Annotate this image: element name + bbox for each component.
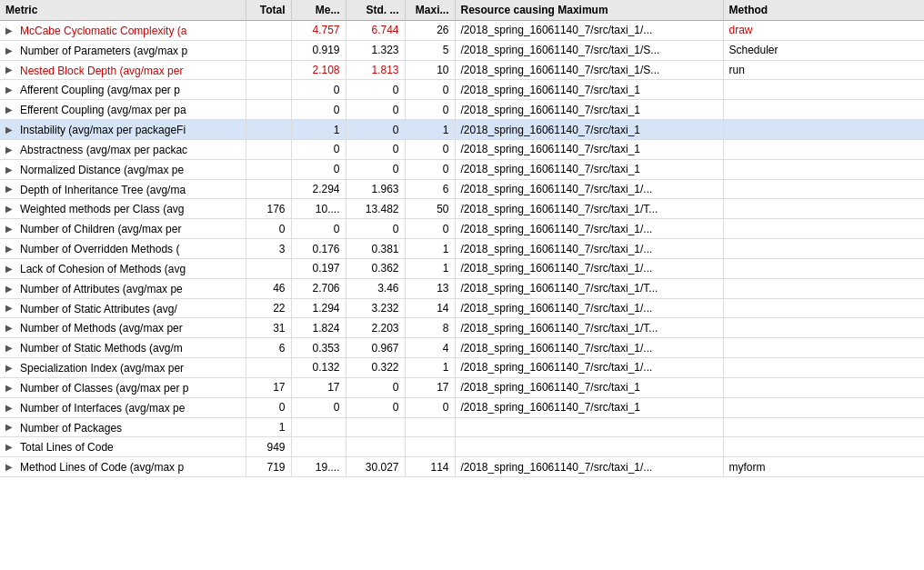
cell-method <box>723 100 924 120</box>
table-row[interactable]: ▶Number of Packages1 <box>0 417 924 437</box>
table-row[interactable]: ▶Abstractness (avg/max per packac000/201… <box>0 139 924 159</box>
table-row[interactable]: ▶Normalized Distance (avg/max pe000/2018… <box>0 159 924 179</box>
table-row[interactable]: ▶Number of Attributes (avg/max pe462.706… <box>0 278 924 298</box>
cell-method <box>723 377 924 397</box>
expand-icon[interactable]: ▶ <box>5 363 16 374</box>
cell-total <box>246 159 291 179</box>
expand-icon[interactable]: ▶ <box>5 303 16 314</box>
metric-label: Number of Static Methods (avg/m <box>20 342 183 355</box>
cell-std <box>346 417 405 437</box>
table-row[interactable]: ▶Number of Children (avg/max per0000/201… <box>0 219 924 239</box>
cell-total <box>246 100 291 120</box>
metric-label: Lack of Cohesion of Methods (avg <box>20 263 186 275</box>
expand-icon[interactable]: ▶ <box>5 403 16 414</box>
expand-icon[interactable]: ▶ <box>5 442 16 453</box>
cell-metric: ▶Depth of Inheritance Tree (avg/ma <box>0 179 246 199</box>
expand-icon[interactable]: ▶ <box>5 462 16 473</box>
expand-icon[interactable]: ▶ <box>5 145 16 155</box>
table-row[interactable]: ▶Nested Block Depth (avg/max per2.1081.8… <box>0 60 924 80</box>
cell-resource: /2018_spring_16061140_7/src/taxi_1/... <box>455 298 723 318</box>
cell-std <box>346 437 405 457</box>
cell-total: 17 <box>246 377 291 397</box>
cell-max: 4 <box>405 338 455 358</box>
table-row[interactable]: ▶Number of Interfaces (avg/max pe0000/20… <box>0 397 924 417</box>
table-row[interactable]: ▶Number of Classes (avg/max per p1717017… <box>0 377 924 397</box>
cell-std: 0 <box>346 100 405 120</box>
header-resource: Resource causing Maximum <box>455 0 723 21</box>
expand-icon[interactable]: ▶ <box>5 125 16 135</box>
cell-std: 6.744 <box>346 21 405 41</box>
cell-max: 26 <box>405 21 455 41</box>
cell-method <box>723 358 924 378</box>
table-row[interactable]: ▶Afferent Coupling (avg/max per p000/201… <box>0 80 924 100</box>
table-row[interactable]: ▶Instability (avg/max per packageFi101/2… <box>0 120 924 140</box>
cell-resource: /2018_spring_16061140_7/src/taxi_1 <box>455 100 723 120</box>
cell-resource: /2018_spring_16061140_7/src/taxi_1/T... <box>455 318 723 338</box>
expand-icon[interactable]: ▶ <box>5 85 16 95</box>
cell-max: 1 <box>405 258 455 278</box>
expand-icon[interactable]: ▶ <box>5 224 16 235</box>
cell-method: draw <box>723 21 924 41</box>
expand-icon[interactable]: ▶ <box>5 323 16 334</box>
cell-mean: 2.294 <box>291 179 346 199</box>
cell-resource: /2018_spring_16061140_7/src/taxi_1/S... <box>455 40 723 60</box>
cell-total: 22 <box>246 298 291 318</box>
cell-metric: ▶Specialization Index (avg/max per <box>0 358 246 378</box>
cell-total: 949 <box>246 437 291 457</box>
expand-icon[interactable]: ▶ <box>5 25 16 36</box>
table-row[interactable]: ▶Method Lines of Code (avg/max p71919...… <box>0 457 924 477</box>
cell-metric: ▶Lack of Cohesion of Methods (avg <box>0 258 246 278</box>
cell-max: 8 <box>405 318 455 338</box>
cell-mean: 2.108 <box>291 60 346 80</box>
cell-mean: 0.353 <box>291 338 346 358</box>
expand-icon[interactable]: ▶ <box>5 184 16 195</box>
metric-label: Total Lines of Code <box>20 441 114 454</box>
table-row[interactable]: ▶Total Lines of Code949 <box>0 437 924 457</box>
expand-icon[interactable]: ▶ <box>5 65 16 75</box>
cell-std: 0.362 <box>346 258 405 278</box>
cell-method <box>723 159 924 179</box>
expand-icon[interactable]: ▶ <box>5 204 16 215</box>
expand-icon[interactable]: ▶ <box>5 383 16 394</box>
table-row[interactable]: ▶Number of Methods (avg/max per311.8242.… <box>0 318 924 338</box>
table-row[interactable]: ▶Number of Static Attributes (avg/221.29… <box>0 298 924 318</box>
metric-label: McCabe Cyclomatic Complexity (a <box>20 25 186 37</box>
expand-icon[interactable]: ▶ <box>5 45 16 56</box>
expand-icon[interactable]: ▶ <box>5 422 16 433</box>
cell-metric: ▶Number of Parameters (avg/max p <box>0 40 246 60</box>
metric-label: Number of Attributes (avg/max pe <box>20 283 183 295</box>
metric-label: Specialization Index (avg/max per <box>20 362 184 375</box>
table-row[interactable]: ▶Number of Parameters (avg/max p0.9191.3… <box>0 40 924 60</box>
cell-max: 0 <box>405 100 455 120</box>
expand-icon[interactable]: ▶ <box>5 244 16 255</box>
table-row[interactable]: ▶Depth of Inheritance Tree (avg/ma2.2941… <box>0 179 924 199</box>
metric-label: Nested Block Depth (avg/max per <box>20 64 183 76</box>
cell-max: 13 <box>405 278 455 298</box>
expand-icon[interactable]: ▶ <box>5 264 16 275</box>
cell-mean: 0.919 <box>291 40 346 60</box>
cell-mean: 19.... <box>291 457 346 477</box>
cell-mean: 1 <box>291 120 346 140</box>
cell-method <box>723 417 924 437</box>
cell-total: 3 <box>246 239 291 259</box>
expand-icon[interactable]: ▶ <box>5 343 16 354</box>
table-row[interactable]: ▶Weighted methods per Class (avg17610...… <box>0 199 924 219</box>
expand-icon[interactable]: ▶ <box>5 284 16 295</box>
cell-resource: /2018_spring_16061140_7/src/taxi_1/... <box>455 457 723 477</box>
expand-icon[interactable]: ▶ <box>5 105 16 115</box>
cell-mean <box>291 417 346 437</box>
table-row[interactable]: ▶Efferent Coupling (avg/max per pa000/20… <box>0 100 924 120</box>
table-row[interactable]: ▶McCabe Cyclomatic Complexity (a4.7576.7… <box>0 21 924 41</box>
cell-method <box>723 199 924 219</box>
metric-label: Number of Methods (avg/max per <box>20 322 183 335</box>
cell-mean: 2.706 <box>291 278 346 298</box>
table-row[interactable]: ▶Specialization Index (avg/max per0.1320… <box>0 358 924 378</box>
table-row[interactable]: ▶Number of Static Methods (avg/m60.3530.… <box>0 338 924 358</box>
cell-resource: /2018_spring_16061140_7/src/taxi_1/... <box>455 179 723 199</box>
expand-icon[interactable]: ▶ <box>5 165 16 175</box>
table-row[interactable]: ▶Lack of Cohesion of Methods (avg0.1970.… <box>0 258 924 278</box>
cell-total: 46 <box>246 278 291 298</box>
cell-max: 0 <box>405 159 455 179</box>
metric-label: Number of Classes (avg/max per p <box>20 382 188 395</box>
table-row[interactable]: ▶Number of Overridden Methods (30.1760.3… <box>0 239 924 259</box>
